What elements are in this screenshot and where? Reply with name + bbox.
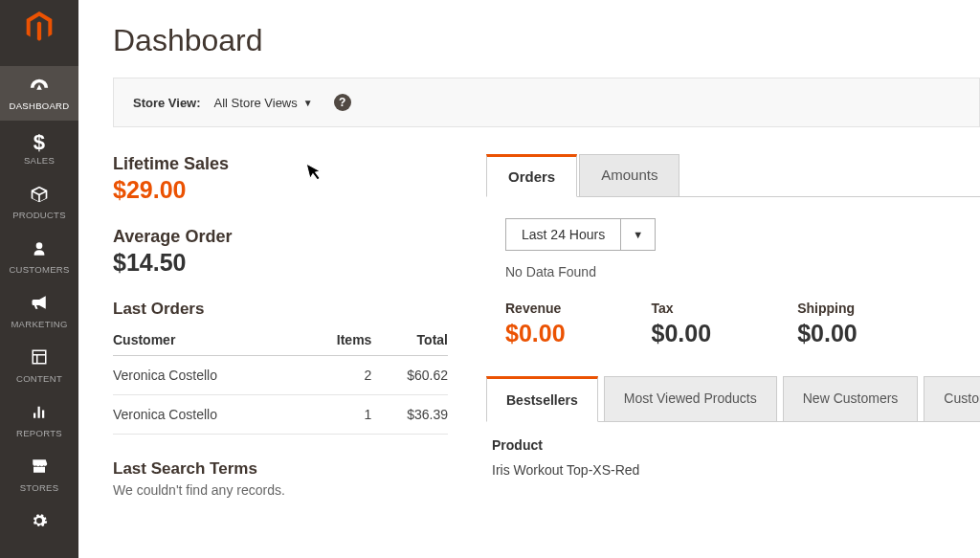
cell-items: 1 <box>306 395 371 435</box>
nav-stores[interactable]: STORES <box>0 448 78 502</box>
person-icon <box>32 239 47 260</box>
megaphone-icon <box>30 294 49 315</box>
cell-total: $60.62 <box>371 356 448 395</box>
nav-customers[interactable]: CUSTOMERS <box>0 230 78 284</box>
tab-customers[interactable]: Customers <box>924 376 980 422</box>
nav-label: PRODUCTS <box>12 210 66 220</box>
stat-shipping: Shipping $0.00 <box>797 301 858 347</box>
chart-tabs: Orders Amounts <box>486 154 980 197</box>
revenue-label: Revenue <box>505 301 566 316</box>
chevron-down-icon: ▼ <box>303 98 313 108</box>
timeframe-value: Last 24 Hours <box>506 219 620 250</box>
nav-label: REPORTS <box>16 428 62 438</box>
tab-bestsellers[interactable]: Bestsellers <box>486 376 598 422</box>
cell-customer: Veronica Costello <box>113 395 306 435</box>
nav-dashboard[interactable]: DASHBOARD <box>0 66 78 121</box>
dollar-icon: $ <box>33 130 46 151</box>
last-orders-title: Last Orders <box>113 300 448 319</box>
sidebar: DASHBOARD $ SALES PRODUCTS CUSTOMERS MAR… <box>0 0 78 558</box>
page-title: Dashboard <box>113 23 980 58</box>
average-order-value: $14.50 <box>113 249 448 277</box>
lifetime-sales-label: Lifetime Sales <box>113 154 448 174</box>
shipping-value: $0.00 <box>797 320 858 347</box>
chevron-down-icon: ▼ <box>620 219 655 250</box>
store-view-value: All Store Views <box>214 96 298 110</box>
last-orders-table: Customer Items Total Veronica Costello 2… <box>113 324 448 435</box>
last-search-empty: We couldn't find any records. <box>113 482 448 498</box>
bestsellers-row[interactable]: Iris Workout Top-XS-Red <box>492 462 980 478</box>
col-items: Items <box>306 324 371 356</box>
nav-system[interactable] <box>0 502 78 547</box>
order-row[interactable]: Veronica Costello 2 $60.62 <box>113 356 448 395</box>
lifetime-sales-value: $29.00 <box>113 176 448 204</box>
timeframe-select[interactable]: Last 24 Hours ▼ <box>505 218 656 251</box>
col-total: Total <box>371 324 448 356</box>
stat-revenue: Revenue $0.00 <box>505 301 566 347</box>
help-icon[interactable]: ? <box>334 94 351 111</box>
last-search-title: Last Search Terms <box>113 459 448 479</box>
nav-label: CUSTOMERS <box>9 264 69 275</box>
bars-icon <box>31 403 48 424</box>
nav-content[interactable]: CONTENT <box>0 339 78 393</box>
layout-icon <box>31 348 48 369</box>
nav-products[interactable]: PRODUCTS <box>0 175 78 230</box>
average-order-label: Average Order <box>113 227 448 247</box>
nav-label: STORES <box>20 482 59 493</box>
store-view-bar: Store View: All Store Views ▼ ? <box>113 78 980 127</box>
tax-value: $0.00 <box>652 320 712 347</box>
right-column: Orders Amounts Last 24 Hours ▼ No Data F… <box>486 154 980 498</box>
gauge-icon <box>29 76 50 97</box>
nav-label: DASHBOARD <box>10 100 70 111</box>
nav-label: MARKETING <box>11 319 67 329</box>
cell-total: $36.39 <box>371 395 448 435</box>
no-data-message: No Data Found <box>505 264 980 279</box>
store-view-label: Store View: <box>133 96 201 110</box>
tab-new-customers[interactable]: New Customers <box>783 376 919 422</box>
nav-label: CONTENT <box>16 373 62 384</box>
tab-amounts[interactable]: Amounts <box>579 154 679 197</box>
box-icon <box>30 185 49 206</box>
nav-label: SALES <box>24 155 55 166</box>
main-content: Dashboard Store View: All Store Views ▼ … <box>78 0 980 558</box>
cell-customer: Veronica Costello <box>113 356 306 395</box>
tab-most-viewed[interactable]: Most Viewed Products <box>604 376 777 422</box>
order-row[interactable]: Veronica Costello 1 $36.39 <box>113 395 448 435</box>
gear-icon <box>31 512 48 533</box>
bestsellers-col-product: Product <box>492 437 980 453</box>
nav-reports[interactable]: REPORTS <box>0 393 78 448</box>
shipping-label: Shipping <box>797 301 858 316</box>
tab-orders[interactable]: Orders <box>486 154 577 197</box>
stat-tax: Tax $0.00 <box>652 301 712 347</box>
col-customer: Customer <box>113 324 306 356</box>
magento-logo-icon <box>26 11 53 49</box>
nav-sales[interactable]: $ SALES <box>0 121 78 175</box>
left-column: Lifetime Sales $29.00 Average Order $14.… <box>113 154 448 498</box>
tax-label: Tax <box>652 301 712 316</box>
store-view-select[interactable]: All Store Views ▼ <box>214 96 313 110</box>
storefront-icon <box>30 458 49 479</box>
stats-row: Revenue $0.00 Tax $0.00 Shipping $0.00 <box>505 301 980 347</box>
cell-items: 2 <box>306 356 371 395</box>
bottom-tabs: Bestsellers Most Viewed Products New Cus… <box>486 376 980 422</box>
revenue-value: $0.00 <box>505 320 566 347</box>
nav-marketing[interactable]: MARKETING <box>0 284 78 339</box>
